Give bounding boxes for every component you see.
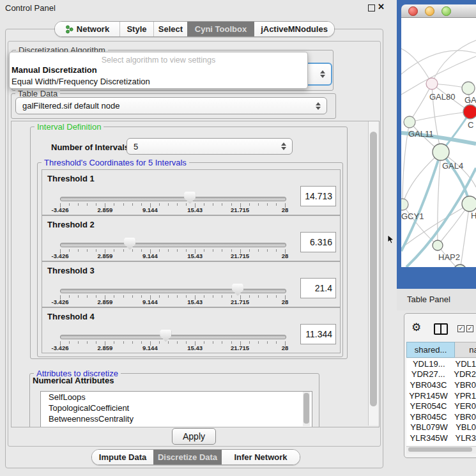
slider-thumb[interactable] — [124, 238, 135, 250]
slider-scale-label: 2.859 — [98, 344, 113, 351]
slider-scale-label: 15.43 — [187, 206, 203, 213]
network-node[interactable] — [433, 144, 449, 160]
horizontal-scrollbar-thumb[interactable] — [408, 447, 472, 452]
threshold-label: Threshold 3 — [47, 266, 95, 275]
interval-definition-group: Interval Definition Number of Intervals … — [30, 127, 348, 359]
close-icon[interactable]: ✕ — [378, 2, 385, 12]
slider-tick — [87, 295, 88, 298]
table-row[interactable]: YLR345WYLR3 — [406, 433, 476, 443]
threshold-box: Threshold 1-3.4262.8599.14415.4321.71528… — [42, 169, 341, 215]
attributes-scrollbar-thumb[interactable] — [303, 393, 309, 424]
vertical-scrollbar-thumb[interactable] — [370, 132, 377, 406]
slider-tick — [78, 341, 79, 344]
checkbox-icon[interactable]: ✓ — [457, 325, 464, 332]
slider-tick — [222, 341, 222, 344]
checkbox-icon[interactable]: ✓ — [466, 325, 473, 332]
slider-scale-label: 2.859 — [98, 298, 113, 305]
network-node[interactable] — [462, 82, 475, 95]
threshold-value-field[interactable]: 11.344 — [300, 324, 336, 344]
tab-impute-data[interactable]: Impute Data — [92, 450, 153, 464]
tab-network[interactable]: Network — [55, 22, 119, 36]
slider-thumb[interactable] — [160, 330, 171, 342]
spinner-arrows-icon — [279, 142, 288, 150]
top-tab-bar: NetworkStyleSelectCyni ToolboxjActiveMNo… — [54, 21, 335, 37]
network-node[interactable] — [454, 265, 466, 267]
algorithm-dropdown-popup: Select algorithm to view settings Manual… — [9, 52, 308, 89]
slider-tick — [159, 295, 160, 298]
slider-track[interactable] — [60, 335, 286, 339]
float-window-icon[interactable] — [368, 4, 375, 12]
table-row[interactable]: YPR145WYPR1 — [406, 390, 476, 401]
tab-infer-network[interactable]: Infer Network — [222, 450, 300, 464]
network-node[interactable] — [463, 105, 476, 119]
network-node[interactable] — [401, 199, 408, 210]
table-row[interactable]: YER054CYER0 — [406, 401, 476, 411]
slider-track[interactable] — [60, 289, 286, 293]
tab-label: Discretize Data — [158, 452, 217, 462]
column-browser-icon[interactable] — [434, 323, 448, 335]
threshold-value-field[interactable]: 14.713 — [300, 186, 336, 206]
algorithm-option[interactable]: Equal Width/Frequency Discretization — [10, 76, 307, 88]
table-row[interactable]: YDL19...YDL1 — [406, 358, 476, 369]
slider-tick — [123, 203, 124, 206]
tab-select[interactable]: Select — [153, 22, 187, 36]
attribute-item[interactable]: BetweennessCentrality — [41, 413, 312, 424]
slider-tick — [186, 249, 187, 252]
slider-scale-label: -3.426 — [52, 298, 69, 305]
table-row[interactable]: YBR045CYBR0 — [406, 411, 476, 422]
threshold-value-field[interactable]: 6.316 — [300, 232, 336, 252]
slider-tick — [267, 341, 268, 344]
slider-tick — [186, 295, 187, 298]
slider-thumb[interactable] — [232, 284, 243, 296]
network-node-label: GAL4 — [442, 161, 463, 171]
tab-style[interactable]: Style — [119, 22, 153, 36]
algorithm-option[interactable]: Manual Discretization — [10, 65, 307, 76]
slider-scale-label: 21.715 — [231, 298, 249, 305]
cell-shared-name: YDL19... — [406, 359, 451, 369]
network-node[interactable] — [426, 78, 438, 89]
tab-cyni-toolbox[interactable]: Cyni Toolbox — [187, 22, 254, 36]
slider-tick — [159, 203, 160, 206]
column-header-shared-name[interactable]: shared... — [406, 342, 455, 358]
slider-track[interactable] — [60, 197, 286, 201]
tab-discretize-data[interactable]: Discretize Data — [153, 450, 222, 464]
slider-tick — [276, 295, 277, 298]
tab-jactivemnodules[interactable]: jActiveMNodules — [254, 22, 334, 36]
numerical-attributes-label: Numerical Attributes — [33, 376, 114, 385]
slider-tick — [114, 203, 114, 206]
slider-tick — [168, 341, 169, 344]
slider-thumb[interactable] — [184, 192, 196, 204]
slider-track[interactable] — [60, 243, 286, 247]
network-node[interactable] — [462, 196, 476, 211]
cell-name: YBR0 — [450, 412, 476, 422]
number-of-intervals-spinner[interactable]: 5 — [127, 138, 293, 155]
tab-label: Select — [158, 24, 183, 34]
close-traffic-light-icon[interactable] — [408, 6, 418, 16]
network-node[interactable] — [404, 116, 415, 128]
attributes-list[interactable]: SelfLoopsTopologicalCoefficientBetweenne… — [40, 391, 312, 427]
table-row[interactable]: YBR043CYBR0 — [406, 380, 476, 390]
slider-tick — [96, 249, 96, 252]
tab-label: Infer Network — [234, 452, 287, 462]
slider-tick — [231, 341, 232, 344]
interval-definition-title: Interval Definition — [35, 122, 104, 132]
attribute-item[interactable]: TopologicalCoefficient — [41, 403, 312, 413]
attribute-item[interactable]: SelfLoops — [41, 392, 312, 403]
apply-button[interactable]: Apply — [172, 428, 216, 445]
slider-tick — [267, 295, 268, 298]
slider-scale-label: 9.144 — [142, 298, 158, 305]
slider-scale-label: 15.43 — [187, 252, 203, 259]
table-row[interactable]: YDR27...YDR2 — [406, 369, 476, 380]
network-node[interactable] — [433, 240, 443, 250]
column-header-name[interactable]: na — [455, 342, 476, 358]
table-row[interactable]: YBL079WYBL0 — [406, 422, 476, 433]
zoom-traffic-light-icon[interactable] — [441, 6, 451, 16]
minimize-traffic-light-icon[interactable] — [425, 6, 434, 16]
network-canvas[interactable]: GAL80GACGAL11GAL4GCY1HHAP2 — [401, 18, 476, 267]
threshold-value-field[interactable]: 21.4 — [300, 278, 336, 298]
vertical-scrollbar[interactable] — [368, 121, 379, 426]
slider-tick — [222, 295, 222, 298]
tab-label: Style — [127, 24, 146, 34]
gear-icon[interactable]: ⚙ — [411, 321, 421, 334]
table-data-combobox[interactable]: galFiltered.sif default node — [15, 97, 327, 114]
